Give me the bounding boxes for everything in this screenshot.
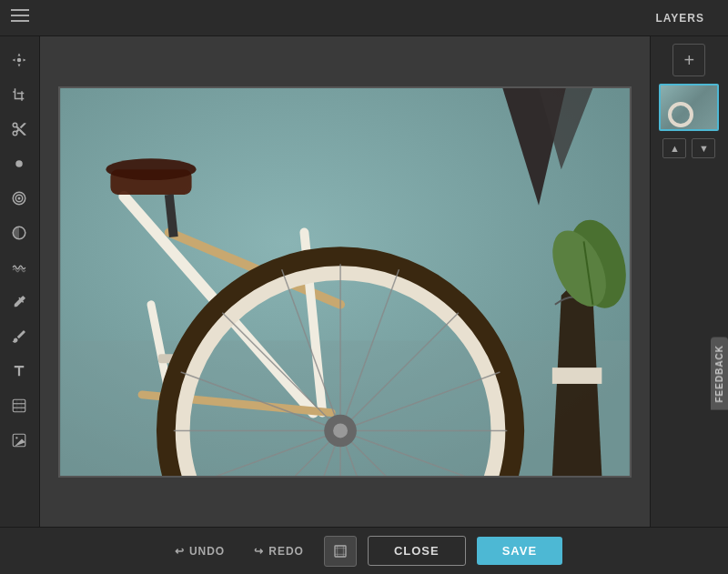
undo-label: UNDO xyxy=(189,545,225,558)
crop-tool[interactable] xyxy=(5,80,34,109)
svg-rect-5 xyxy=(14,399,26,412)
svg-point-0 xyxy=(16,160,24,167)
svg-rect-16 xyxy=(552,368,602,384)
layer-thumbnail[interactable] xyxy=(659,84,719,131)
close-button[interactable]: CLOSE xyxy=(368,536,466,566)
paint-tool[interactable] xyxy=(5,322,34,351)
undo-button[interactable]: ↩ UNDO xyxy=(166,539,234,563)
layer-down-button[interactable]: ▼ xyxy=(692,138,715,158)
svg-line-26 xyxy=(169,194,174,237)
save-button[interactable]: SAVE xyxy=(477,537,562,565)
dropper-tool[interactable] xyxy=(5,287,34,317)
layer-up-button[interactable]: ▲ xyxy=(662,138,686,158)
menu-icon[interactable] xyxy=(11,9,29,22)
wave-tool[interactable] xyxy=(5,253,34,282)
redo-button[interactable]: ↪ REDO xyxy=(245,539,313,563)
blend-tool[interactable] xyxy=(5,218,34,247)
svg-rect-15 xyxy=(61,340,629,476)
redo-label: REDO xyxy=(268,545,304,558)
add-layer-button[interactable]: + xyxy=(672,44,705,76)
top-bar: LAYERS xyxy=(0,0,728,36)
crop-frame-button[interactable] xyxy=(324,536,357,567)
left-toolbar xyxy=(0,36,40,527)
bike-image xyxy=(60,88,630,476)
brightness-tool[interactable] xyxy=(5,149,34,178)
right-panel: + ▲ ▼ xyxy=(650,36,728,527)
image-canvas xyxy=(58,86,632,478)
image-tool[interactable] xyxy=(5,426,34,455)
svg-rect-49 xyxy=(335,546,346,557)
layers-label: LAYERS xyxy=(655,12,704,25)
bottom-toolbar: ↩ UNDO ↪ REDO CLOSE SAVE xyxy=(0,527,728,574)
svg-point-3 xyxy=(18,197,21,200)
move-tool[interactable] xyxy=(5,45,34,75)
svg-point-11 xyxy=(16,437,18,438)
text-tool[interactable] xyxy=(5,357,34,386)
hatch-tool[interactable] xyxy=(5,391,34,420)
feedback-tab[interactable]: FEEDBACK xyxy=(711,337,728,410)
cut-tool[interactable] xyxy=(5,115,34,144)
layer-arrows: ▲ ▼ xyxy=(662,138,715,158)
main-area: + ▲ ▼ xyxy=(0,36,728,527)
filter-tool[interactable] xyxy=(5,184,34,213)
canvas-area xyxy=(40,36,650,527)
svg-point-48 xyxy=(333,423,348,438)
redo-icon: ↪ xyxy=(254,545,264,558)
undo-icon: ↩ xyxy=(175,545,185,558)
svg-point-27 xyxy=(106,158,196,180)
